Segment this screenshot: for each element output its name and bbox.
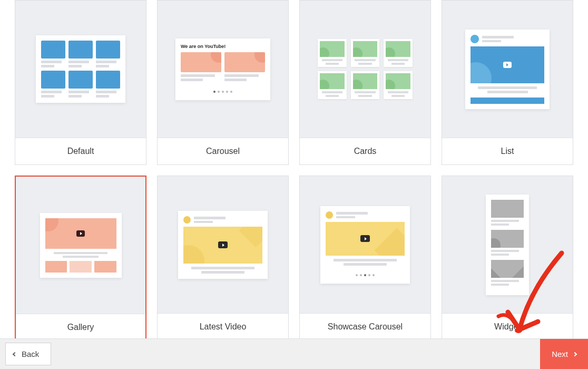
template-grid: Default We are on YouTube! Carousel [0, 0, 588, 342]
template-card-widget[interactable]: Widget [442, 176, 573, 342]
carousel-preview-title: We are on YouTube! [181, 44, 265, 49]
template-label: Showcase Carousel [300, 313, 430, 340]
template-label: Widget [442, 313, 573, 340]
back-button-label: Back [22, 349, 39, 358]
template-card-showcase-carousel[interactable]: Showcase Carousel [299, 176, 431, 342]
template-label: Gallery [16, 314, 145, 341]
template-card-latest-video[interactable]: Latest Video [157, 176, 289, 342]
wizard-footer: Back Next [0, 338, 588, 369]
play-icon [503, 62, 512, 68]
chevron-left-icon [13, 352, 17, 356]
template-preview-carousel: We are on YouTube! [158, 1, 288, 138]
template-card-carousel[interactable]: We are on YouTube! Carousel [157, 0, 289, 165]
template-label: Cards [300, 138, 430, 164]
template-card-cards[interactable]: Cards [299, 0, 431, 165]
template-label: Carousel [158, 138, 288, 164]
template-preview-gallery [16, 177, 145, 314]
chevron-right-icon [573, 352, 577, 356]
template-preview-latest-video [158, 176, 288, 313]
play-icon [218, 241, 228, 248]
template-preview-showcase-carousel [300, 176, 430, 313]
play-icon [360, 235, 370, 242]
next-button-label: Next [552, 349, 568, 358]
template-label: List [442, 138, 573, 164]
template-preview-widget [442, 176, 573, 313]
play-icon [76, 230, 85, 237]
template-preview-list [442, 1, 573, 138]
template-card-gallery[interactable]: Gallery [15, 176, 146, 342]
template-preview-cards [300, 1, 430, 138]
template-preview-default [15, 1, 146, 138]
template-card-list[interactable]: List [442, 0, 573, 165]
back-button[interactable]: Back [5, 343, 51, 365]
template-card-default[interactable]: Default [15, 0, 146, 165]
template-label: Latest Video [158, 313, 288, 340]
template-label: Default [15, 138, 146, 164]
next-button[interactable]: Next [540, 339, 588, 370]
